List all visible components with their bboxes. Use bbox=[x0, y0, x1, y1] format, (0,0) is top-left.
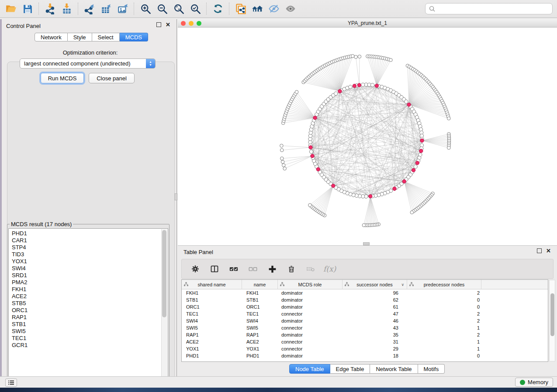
hide-selected-icon[interactable] bbox=[266, 1, 282, 16]
column-header-name[interactable]: name bbox=[242, 280, 278, 289]
dominator-node[interactable] bbox=[357, 83, 361, 87]
dominator-node[interactable] bbox=[415, 161, 419, 165]
search-box[interactable] bbox=[425, 3, 553, 14]
settings-gear-icon[interactable] bbox=[189, 261, 202, 276]
mcds-result-item[interactable]: PMA2 bbox=[12, 279, 168, 286]
dominator-node[interactable] bbox=[311, 154, 314, 158]
mcds-result-item[interactable]: STP4 bbox=[12, 244, 168, 251]
show-all-icon[interactable] bbox=[282, 1, 299, 16]
dominator-node[interactable] bbox=[393, 187, 396, 190]
dominator-node[interactable] bbox=[369, 194, 372, 198]
mcds-result-item[interactable]: GCR1 bbox=[12, 342, 168, 349]
mcds-result-list[interactable]: PHD1CAR1STP4TID3YOX1SWI4SRD1PMA2FKH1ACE2… bbox=[8, 228, 168, 382]
dominator-node[interactable] bbox=[419, 149, 423, 153]
table-row[interactable]: ORC1ORC1dominator610 bbox=[182, 303, 548, 310]
panel-splitter-handle[interactable] bbox=[174, 193, 177, 200]
mcds-result-item[interactable]: TID3 bbox=[12, 251, 168, 258]
mcds-result-item[interactable]: STB1 bbox=[12, 321, 168, 328]
tab-edge-table[interactable]: Edge Table bbox=[330, 364, 370, 374]
table-row[interactable]: ACE2ACE2connector311 bbox=[182, 338, 548, 345]
table-cell: SWI4 bbox=[182, 318, 242, 323]
zoom-fit-icon[interactable] bbox=[170, 1, 187, 16]
add-column-icon[interactable] bbox=[266, 261, 279, 276]
tab-mcds[interactable]: MCDS bbox=[120, 33, 148, 41]
refresh-icon[interactable] bbox=[210, 1, 226, 16]
import-network-icon[interactable] bbox=[42, 1, 59, 16]
export-table-icon[interactable] bbox=[98, 1, 114, 16]
tab-network-table[interactable]: Network Table bbox=[370, 364, 418, 374]
zoom-out-icon[interactable] bbox=[154, 1, 170, 16]
mcds-result-item[interactable]: ORC1 bbox=[12, 307, 168, 314]
mcds-result-item[interactable]: STB5 bbox=[12, 300, 168, 307]
close-table-panel-icon[interactable]: ✕ bbox=[546, 249, 551, 253]
export-image-icon[interactable] bbox=[114, 1, 131, 16]
dominator-node[interactable] bbox=[313, 116, 317, 120]
tab-style[interactable]: Style bbox=[68, 33, 92, 41]
mcds-result-item[interactable]: FKH1 bbox=[12, 286, 168, 293]
dominator-node[interactable] bbox=[316, 168, 320, 171]
tab-motifs[interactable]: Motifs bbox=[418, 364, 445, 374]
table-row[interactable]: YOX1YOX1connector291 bbox=[182, 345, 548, 352]
search-input[interactable] bbox=[438, 5, 552, 13]
network-graph[interactable] bbox=[178, 28, 557, 245]
delete-column-icon[interactable] bbox=[285, 261, 298, 276]
tab-node-table[interactable]: Node Table bbox=[289, 364, 330, 374]
mcds-result-item[interactable]: ACE2 bbox=[12, 293, 168, 300]
column-header-shared-name[interactable]: shared name bbox=[182, 280, 242, 289]
network-canvas[interactable] bbox=[178, 28, 557, 245]
dominator-node[interactable] bbox=[402, 179, 406, 183]
task-history-button[interactable] bbox=[5, 378, 17, 387]
canvas-splitter-handle[interactable] bbox=[363, 242, 370, 245]
mcds-result-item[interactable]: CAR1 bbox=[12, 237, 168, 244]
node-table[interactable]: shared namenameMCDS rolesuccessor nodes∨… bbox=[181, 279, 548, 362]
dominator-node[interactable] bbox=[309, 145, 312, 149]
table-row[interactable]: SWI5SWI5connector431 bbox=[182, 324, 548, 331]
column-header-successor-nodes[interactable]: successor nodes∨ bbox=[343, 280, 407, 289]
table-row[interactable]: SWI4SWI4dominator462 bbox=[182, 317, 548, 324]
close-panel-icon[interactable]: ✕ bbox=[166, 23, 170, 27]
mcds-list-scrollbar[interactable] bbox=[161, 229, 167, 381]
table-row[interactable]: TEC1TEC1connector472 bbox=[182, 310, 548, 317]
import-table-icon[interactable] bbox=[59, 1, 75, 16]
table-row[interactable]: PHD1PHD1dominator180 bbox=[182, 352, 548, 359]
mcds-result-item[interactable]: SRD1 bbox=[12, 272, 168, 279]
zoom-selected-icon[interactable] bbox=[187, 1, 204, 16]
float-panel-icon[interactable] bbox=[156, 22, 161, 27]
column-header-MCDS-role[interactable]: MCDS role bbox=[278, 280, 343, 289]
mcds-result-item[interactable]: TEC1 bbox=[12, 335, 168, 342]
network-window-titlebar[interactable]: YPA_prune.txt_1 bbox=[178, 19, 557, 28]
dominator-node[interactable] bbox=[407, 103, 411, 107]
export-network-icon[interactable] bbox=[81, 1, 98, 16]
mcds-result-item[interactable]: SWI5 bbox=[12, 328, 168, 335]
tab-network[interactable]: Network bbox=[35, 33, 68, 41]
column-header-predecessor-nodes[interactable]: predecessor nodes bbox=[407, 280, 481, 289]
first-neighbors-icon[interactable] bbox=[249, 1, 266, 16]
copy-network-icon[interactable] bbox=[232, 1, 249, 16]
mcds-result-item[interactable]: SWI4 bbox=[12, 265, 168, 272]
select-all-checked-icon[interactable] bbox=[227, 261, 240, 276]
run-mcds-button[interactable]: Run MCDS bbox=[41, 73, 84, 83]
dominator-node[interactable] bbox=[420, 139, 424, 142]
dominator-node[interactable] bbox=[353, 84, 356, 88]
table-scrollbar[interactable] bbox=[549, 280, 555, 361]
dominator-node[interactable] bbox=[412, 168, 415, 172]
optimization-dropdown[interactable]: largest connected component (undirected)… bbox=[20, 58, 156, 69]
mcds-result-item[interactable]: YOX1 bbox=[12, 258, 168, 265]
dominator-node[interactable] bbox=[375, 84, 378, 87]
dominator-node[interactable] bbox=[338, 89, 342, 93]
table-row[interactable]: RAP1RAP1dominator352 bbox=[182, 331, 548, 338]
open-file-icon[interactable] bbox=[3, 1, 19, 16]
memory-button[interactable]: Memory bbox=[515, 378, 553, 387]
table-row[interactable]: STB1STB1dominator620 bbox=[182, 296, 548, 303]
save-icon[interactable] bbox=[19, 1, 36, 16]
zoom-in-icon[interactable] bbox=[137, 1, 154, 16]
split-columns-icon[interactable] bbox=[208, 261, 221, 276]
mcds-result-item[interactable]: PHD1 bbox=[12, 230, 168, 237]
close-panel-button[interactable]: Close panel bbox=[89, 73, 135, 83]
float-table-panel-icon[interactable] bbox=[537, 248, 542, 253]
dominator-node[interactable] bbox=[332, 184, 335, 187]
table-row[interactable]: FKH1FKH1dominator962 bbox=[182, 289, 548, 296]
mcds-result-item[interactable]: RAP1 bbox=[12, 314, 168, 321]
tab-select[interactable]: Select bbox=[92, 33, 120, 41]
select-none-unchecked-icon[interactable] bbox=[246, 261, 259, 276]
